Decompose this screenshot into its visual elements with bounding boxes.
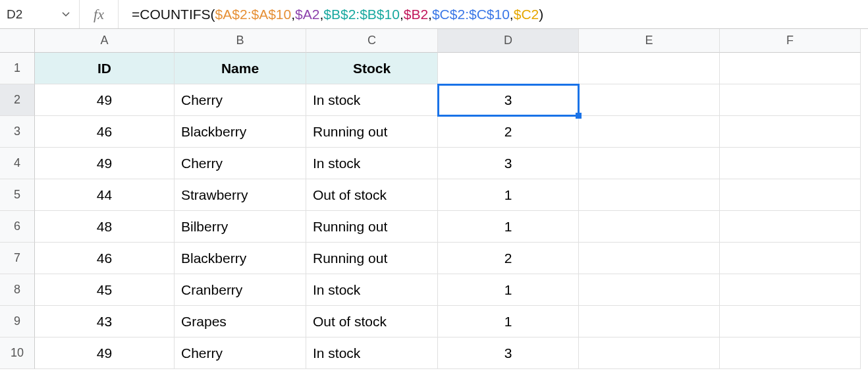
cell-B10[interactable]: Cherry [175, 337, 306, 369]
row-header-7[interactable]: 7 [0, 243, 35, 274]
row-header-5[interactable]: 5 [0, 179, 35, 211]
cell-E6[interactable] [579, 211, 720, 243]
fill-handle[interactable] [576, 113, 582, 119]
cell-B5[interactable]: Strawberry [175, 179, 306, 211]
cell-E8[interactable] [579, 274, 720, 306]
cell-F2[interactable] [720, 84, 861, 116]
cell-E3[interactable] [579, 116, 720, 148]
row-header-10[interactable]: 10 [0, 337, 35, 369]
cell-D7[interactable]: 2 [438, 243, 579, 274]
cell-D9[interactable]: 1 [438, 306, 579, 337]
cell-F6[interactable] [720, 211, 861, 243]
formula-bar: D2 fx =COUNTIFS($A$2:$A$10,$A2,$B$2:$B$1… [0, 0, 868, 29]
cell-F8[interactable] [720, 274, 861, 306]
row-header-3[interactable]: 3 [0, 116, 35, 148]
cell-F10[interactable] [720, 337, 861, 369]
cell-C1[interactable]: Stock [306, 53, 438, 84]
cell-E5[interactable] [579, 179, 720, 211]
cell-E7[interactable] [579, 243, 720, 274]
row-header-4[interactable]: 4 [0, 148, 35, 179]
cell-B9[interactable]: Grapes [175, 306, 306, 337]
cell-E4[interactable] [579, 148, 720, 179]
cell-F7[interactable] [720, 243, 861, 274]
cell-D4[interactable]: 3 [438, 148, 579, 179]
cell-C4[interactable]: In stock [306, 148, 438, 179]
column-header-F[interactable]: F [720, 29, 861, 53]
cell-A4[interactable]: 49 [35, 148, 175, 179]
cell-B6[interactable]: Bilberry [175, 211, 306, 243]
cell-F4[interactable] [720, 148, 861, 179]
cell-F9[interactable] [720, 306, 861, 337]
cell-D1[interactable] [438, 53, 579, 84]
cell-A2[interactable]: 49 [35, 84, 175, 116]
cell-E2[interactable] [579, 84, 720, 116]
spreadsheet-grid: ABCDEF1IDNameStock249CherryIn stock3346B… [0, 29, 868, 369]
cell-F1[interactable] [720, 53, 861, 84]
cell-A10[interactable]: 49 [35, 337, 175, 369]
cell-C8[interactable]: In stock [306, 274, 438, 306]
cell-E10[interactable] [579, 337, 720, 369]
row-header-9[interactable]: 9 [0, 306, 35, 337]
row-header-6[interactable]: 6 [0, 211, 35, 243]
cell-C6[interactable]: Running out [306, 211, 438, 243]
name-box[interactable]: D2 [0, 7, 53, 22]
select-all-corner[interactable] [0, 29, 35, 53]
cell-D10[interactable]: 3 [438, 337, 579, 369]
cell-B1[interactable]: Name [175, 53, 306, 84]
cell-E9[interactable] [579, 306, 720, 337]
cell-B3[interactable]: Blackberry [175, 116, 306, 148]
cell-D5[interactable]: 1 [438, 179, 579, 211]
cell-C3[interactable]: Running out [306, 116, 438, 148]
cell-B8[interactable]: Cranberry [175, 274, 306, 306]
cell-C9[interactable]: Out of stock [306, 306, 438, 337]
cell-B4[interactable]: Cherry [175, 148, 306, 179]
name-box-dropdown-icon[interactable] [53, 12, 79, 17]
cell-D2[interactable]: 3 [438, 84, 579, 116]
cell-B7[interactable]: Blackberry [175, 243, 306, 274]
column-header-A[interactable]: A [35, 29, 175, 53]
cell-A1[interactable]: ID [35, 53, 175, 84]
column-header-C[interactable]: C [306, 29, 438, 53]
cell-F3[interactable] [720, 116, 861, 148]
cell-E1[interactable] [579, 53, 720, 84]
cell-C7[interactable]: Running out [306, 243, 438, 274]
cell-C10[interactable]: In stock [306, 337, 438, 369]
row-header-1[interactable]: 1 [0, 53, 35, 84]
cell-A8[interactable]: 45 [35, 274, 175, 306]
fx-icon: fx [79, 0, 119, 28]
cell-A9[interactable]: 43 [35, 306, 175, 337]
cell-B2[interactable]: Cherry [175, 84, 306, 116]
cell-A3[interactable]: 46 [35, 116, 175, 148]
cell-D8[interactable]: 1 [438, 274, 579, 306]
row-header-8[interactable]: 8 [0, 274, 35, 306]
cell-D6[interactable]: 1 [438, 211, 579, 243]
cell-A6[interactable]: 48 [35, 211, 175, 243]
row-header-2[interactable]: 2 [0, 84, 35, 116]
column-header-B[interactable]: B [175, 29, 306, 53]
cell-F5[interactable] [720, 179, 861, 211]
column-header-E[interactable]: E [579, 29, 720, 53]
cell-A5[interactable]: 44 [35, 179, 175, 211]
cell-A7[interactable]: 46 [35, 243, 175, 274]
formula-input[interactable]: =COUNTIFS($A$2:$A$10,$A2,$B$2:$B$10,$B2,… [119, 7, 868, 22]
cell-C5[interactable]: Out of stock [306, 179, 438, 211]
column-header-D[interactable]: D [438, 29, 579, 53]
cell-D3[interactable]: 2 [438, 116, 579, 148]
cell-C2[interactable]: In stock [306, 84, 438, 116]
